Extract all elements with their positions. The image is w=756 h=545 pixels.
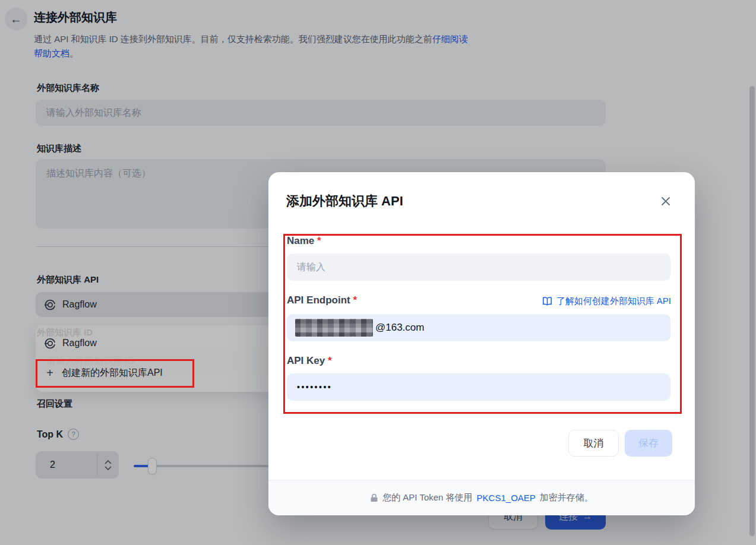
footer-text-2: 加密并存储。	[540, 492, 593, 503]
lock-icon	[370, 493, 378, 502]
endpoint-help-link-text: 了解如何创建外部知识库 API	[556, 296, 671, 307]
screen: ← 连接外部知识库 通过 API 和知识库 ID 连接到外部知识库。目前，仅支持…	[0, 0, 756, 545]
modal-cancel-button[interactable]: 取消	[568, 430, 619, 457]
name-label-text: Name	[287, 235, 314, 246]
endpoint-help-link[interactable]: 了解如何创建外部知识库 API	[542, 296, 671, 307]
endpoint-input[interactable]: @163.com	[287, 314, 670, 341]
endpoint-label-text: API Endpoint	[287, 294, 350, 306]
api-key-masked-value: ••••••••	[297, 382, 332, 392]
endpoint-value-suffix: @163.com	[375, 322, 424, 334]
add-external-kb-api-modal: 添加外部知识库 API Name * 请输入 API Endpoint * 了解…	[268, 172, 695, 515]
api-key-label: API Key *	[287, 355, 332, 367]
required-asterisk: *	[328, 355, 332, 366]
book-icon	[542, 297, 552, 306]
endpoint-label: API Endpoint *	[287, 294, 357, 306]
footer-text-1: 您的 API Token 将使用	[382, 492, 472, 503]
name-input[interactable]: 请输入	[287, 254, 670, 281]
modal-save-button[interactable]: 保存	[625, 430, 672, 457]
api-key-label-text: API Key	[287, 355, 325, 366]
api-key-input[interactable]: ••••••••	[287, 373, 670, 401]
name-label: Name *	[287, 235, 321, 247]
required-asterisk: *	[317, 235, 321, 246]
redacted-email-blur	[295, 319, 373, 337]
pkcs1-oaep-link[interactable]: PKCS1_OAEP	[477, 493, 536, 503]
close-button[interactable]	[658, 194, 673, 209]
close-icon	[660, 196, 671, 207]
name-placeholder: 请输入	[297, 261, 325, 274]
modal-footer: 您的 API Token 将使用 PKCS1_OAEP 加密并存储。	[268, 480, 695, 515]
modal-title: 添加外部知识库 API	[286, 192, 403, 210]
required-asterisk: *	[353, 294, 357, 306]
